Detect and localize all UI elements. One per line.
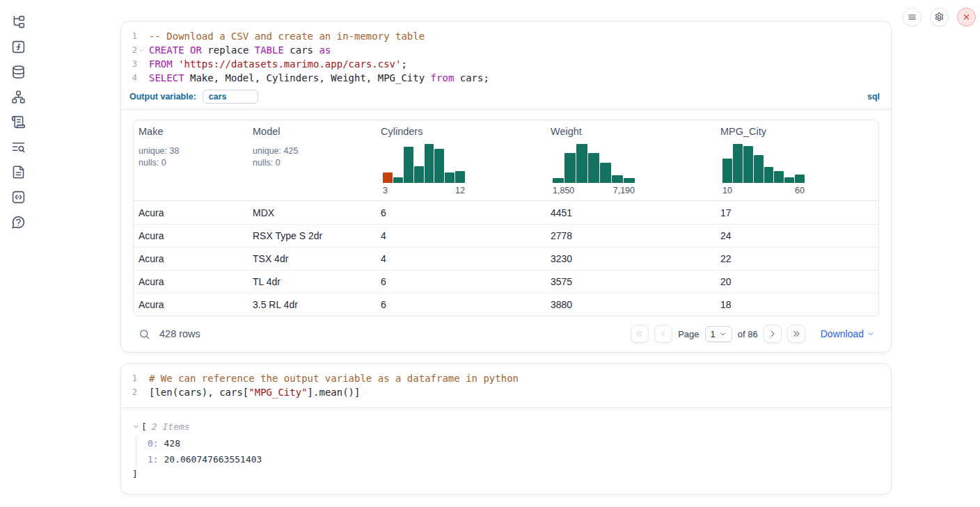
table-body: AcuraMDX6445117AcuraRSX Type S 2dr427782… <box>134 201 878 316</box>
panel-dependencies-button[interactable] <box>10 89 26 104</box>
tree-items-count: 2 Items <box>147 421 190 432</box>
histogram-bar <box>624 178 635 183</box>
panel-help-button[interactable] <box>10 214 26 230</box>
code-line: 4SELECT Make, Model, Cylinders, Weight, … <box>121 71 891 85</box>
column-title: Make <box>139 126 243 137</box>
table-row[interactable]: AcuraMDX6445117 <box>134 201 878 224</box>
chevrons-left-icon <box>635 329 645 339</box>
file-tree-icon <box>11 15 26 29</box>
code-text: [len(cars), cars["MPG_City"].mean()] <box>146 385 360 399</box>
tree-root: [ 2 Items <box>132 419 880 434</box>
histogram-bar <box>764 167 774 183</box>
column-title: Model <box>253 126 371 137</box>
histogram-bar <box>774 171 784 183</box>
panel-variables-button[interactable] <box>10 39 26 54</box>
code-line: 2[len(cars), cars["MPG_City"].mean()] <box>121 385 891 399</box>
settings-button[interactable] <box>930 8 949 26</box>
column-histogram: 312 <box>383 144 465 195</box>
next-page-button[interactable] <box>764 325 782 343</box>
sql-cell: 1-- Download a CSV and create an in-memo… <box>120 21 892 353</box>
table-row[interactable]: Acura3.5 RL 4dr6388018 <box>134 293 878 316</box>
histogram-bar <box>600 163 611 183</box>
column-title: Cylinders <box>381 126 541 137</box>
table-cell: 4451 <box>546 207 716 218</box>
tree-entry: 1: 20.060747663551403 <box>148 451 880 467</box>
histogram-bar <box>743 146 753 183</box>
histogram-bar <box>553 178 564 183</box>
tree-collapse-toggle[interactable] <box>132 423 141 430</box>
table-footer: 428 rows Page 1 of 86 <box>133 316 879 343</box>
histogram-bar <box>445 172 455 183</box>
shutdown-button[interactable] <box>957 8 976 26</box>
tree-children: 0: 4281: 20.060747663551403 <box>136 435 880 467</box>
histogram-bar <box>754 155 764 183</box>
histogram-bar <box>393 177 403 183</box>
panel-tracebacks-button[interactable] <box>10 139 26 154</box>
table-row[interactable]: AcuraTSX 4dr4323022 <box>134 247 878 270</box>
fold-gutter-icon[interactable] <box>137 46 146 55</box>
column-header-weight[interactable]: Weight1,8507,190 <box>546 126 716 200</box>
code-line: 2CREATE OR replace TABLE cars as <box>121 43 891 57</box>
histogram-bar <box>722 159 732 183</box>
panel-logs-button[interactable] <box>10 114 26 129</box>
page-select[interactable]: 1 <box>705 326 732 342</box>
sql-code-editor[interactable]: 1-- Download a CSV and create an in-memo… <box>121 22 891 88</box>
panel-file-explorer-button[interactable] <box>10 14 26 29</box>
topbar-actions <box>903 8 976 26</box>
table-cell: 3.5 RL 4dr <box>248 299 376 310</box>
column-header-cylinders[interactable]: Cylinders312 <box>376 126 546 200</box>
chevron-down-icon <box>132 423 140 430</box>
table-cell: RSX Type S 2dr <box>248 230 376 241</box>
table-cell: 17 <box>716 207 878 218</box>
table-cell: 6 <box>376 207 546 218</box>
function-square-icon <box>11 40 26 54</box>
table-cell: Acura <box>134 299 248 310</box>
table-header: Makeunique: 38nulls: 0Modelunique: 425nu… <box>134 120 878 201</box>
list-search-icon <box>11 140 26 154</box>
python-code-editor[interactable]: 1# We can reference the output variable … <box>121 364 891 403</box>
panel-snippets-button[interactable] <box>10 189 26 204</box>
tree-entry-value: 20.060747663551403 <box>159 454 262 465</box>
table-cell: 2778 <box>546 230 716 241</box>
column-header-make[interactable]: Makeunique: 38nulls: 0 <box>134 126 248 200</box>
table-cell: 6 <box>376 276 546 287</box>
histogram-bar <box>784 177 794 183</box>
table-cell: 4 <box>376 230 546 241</box>
table-row[interactable]: AcuraTL 4dr6357520 <box>134 270 878 293</box>
page-label: Page <box>678 329 699 339</box>
language-badge[interactable]: sql <box>867 92 880 102</box>
histogram-bar <box>404 147 413 183</box>
output-variable-input[interactable] <box>203 90 258 104</box>
line-number-gutter: 1 <box>121 371 146 385</box>
panel-datasources-button[interactable] <box>10 64 26 79</box>
table-cell: TSX 4dr <box>248 253 376 264</box>
column-summary-stats: unique: 38nulls: 0 <box>139 145 243 169</box>
histogram-bar <box>588 153 599 183</box>
first-page-button[interactable] <box>631 325 649 343</box>
table-cell: 3230 <box>546 253 716 264</box>
panel-documentation-button[interactable] <box>10 164 26 179</box>
histogram-bar <box>425 144 434 183</box>
page-select-value: 1 <box>711 329 716 339</box>
histogram-axis-labels: 1060 <box>722 186 805 195</box>
histogram-bar <box>414 166 424 183</box>
sql-cell-output: Makeunique: 38nulls: 0Modelunique: 425nu… <box>121 110 891 352</box>
line-number-gutter: 2 <box>121 43 146 57</box>
download-button[interactable]: Download <box>821 328 875 339</box>
previous-page-button[interactable] <box>654 325 672 343</box>
column-header-mpg_city[interactable]: MPG_City1060 <box>716 126 878 200</box>
table-row[interactable]: AcuraRSX Type S 2dr4277824 <box>134 224 878 247</box>
table-cell: 3575 <box>546 276 716 287</box>
notebook-menu-button[interactable] <box>903 8 922 26</box>
column-histogram: 1060 <box>722 144 805 195</box>
last-page-button[interactable] <box>787 325 805 343</box>
histogram-bar <box>733 144 743 183</box>
histogram-axis-labels: 312 <box>383 186 465 195</box>
histogram-bar <box>383 172 393 183</box>
column-header-model[interactable]: Modelunique: 425nulls: 0 <box>248 126 376 200</box>
table-cell: Acura <box>134 230 248 241</box>
search-button[interactable] <box>139 328 150 340</box>
code-line: 1-- Download a CSV and create an in-memo… <box>121 29 891 43</box>
tree-entry: 0: 428 <box>148 435 880 451</box>
output-variable-label: Output variable: <box>129 92 196 102</box>
